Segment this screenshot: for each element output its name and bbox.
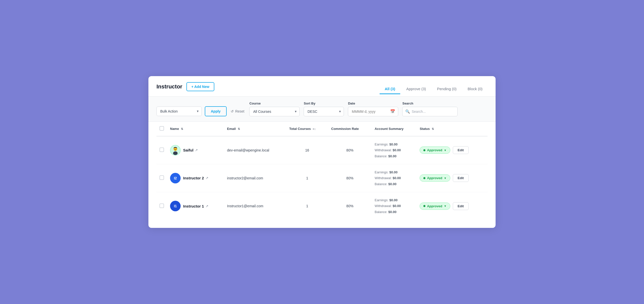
sortby-label: Sort By	[304, 102, 344, 105]
filters-bar: Bulk Action ▼ Apply ↺ Reset Course All C…	[148, 96, 496, 122]
external-link-icon[interactable]: ↗	[206, 176, 208, 180]
table-header-row: Name ⇅ Email ⇅ Total Courses ≡↕ Commissi…	[156, 122, 488, 136]
date-filter-group: Date 📅	[348, 102, 398, 116]
col-name-label: Name	[170, 127, 179, 131]
svg-point-3	[174, 149, 175, 149]
bulk-filter-row: Bulk Action ▼ Apply ↺ Reset	[156, 106, 245, 116]
svg-point-4	[176, 149, 176, 149]
instructor-name: Instructor 2↗	[183, 176, 208, 180]
external-link-icon[interactable]: ↗	[206, 204, 208, 208]
panel-header: Instructor + Add New All (3)Approve (3)P…	[148, 76, 496, 96]
col-email-label: Email	[227, 127, 236, 131]
status-approved-button[interactable]: Approved ▼	[420, 174, 450, 182]
table-row: I2Instructor 2↗instructor2@email.com180%…	[156, 164, 488, 192]
reset-label: Reset	[235, 109, 245, 113]
status-chevron-icon: ▼	[444, 205, 447, 208]
bulk-action-select[interactable]: Bulk Action	[156, 107, 202, 116]
status-dot	[423, 177, 425, 179]
col-status-sort-icon[interactable]: ⇅	[432, 127, 434, 131]
commission-rate: 80%	[328, 164, 372, 192]
table-row: Saiful↗dev-email@wpengine.local1680% Ear…	[156, 136, 488, 164]
instructor-email: instructor2@email.com	[224, 164, 286, 192]
col-name-sort-icon[interactable]: ⇅	[181, 127, 183, 131]
status-dot	[423, 149, 425, 151]
status-label: Approved	[427, 176, 442, 180]
col-account-summary-label: Account Summary	[375, 127, 404, 131]
col-status-label: Status	[420, 127, 430, 131]
col-email-sort-icon[interactable]: ⇅	[238, 127, 240, 131]
status-label: Approved	[427, 148, 442, 152]
search-label: Search	[402, 102, 458, 105]
account-summary: Earnings: $0.00 Withdrawal: $0.00 Balanc…	[375, 169, 414, 187]
svg-point-1	[173, 151, 178, 155]
status-chevron-icon: ▼	[444, 177, 447, 180]
sortby-select[interactable]: DESC	[304, 107, 344, 116]
date-input[interactable]	[348, 107, 398, 116]
status-label: Approved	[427, 204, 442, 208]
course-label: Course	[249, 102, 300, 105]
total-courses: 1	[286, 164, 328, 192]
commission-rate: 80%	[328, 192, 372, 220]
avatar: I2	[170, 173, 181, 183]
reset-button[interactable]: ↺ Reset	[230, 107, 246, 116]
col-name: Name ⇅	[167, 122, 224, 136]
status-chevron-icon: ▼	[444, 149, 447, 152]
external-link-icon[interactable]: ↗	[195, 148, 198, 152]
instructor-email: Instructor1@email.com	[224, 192, 286, 220]
instructors-table: Name ⇅ Email ⇅ Total Courses ≡↕ Commissi…	[156, 122, 488, 220]
avatar	[170, 145, 181, 156]
col-status: Status ⇅	[417, 122, 488, 136]
instructor-name: Instructor 1↗	[183, 204, 208, 208]
edit-button[interactable]: Edit	[453, 202, 469, 210]
col-account-summary: Account Summary	[372, 122, 417, 136]
apply-button[interactable]: Apply	[205, 106, 227, 116]
search-input[interactable]	[402, 107, 458, 116]
sortby-select-wrap: DESC ▼	[304, 107, 344, 116]
header-left: Instructor + Add New	[156, 82, 214, 96]
select-all-cell	[156, 122, 167, 136]
select-all-checkbox[interactable]	[159, 126, 164, 131]
instructor-email: dev-email@wpengine.local	[224, 136, 286, 164]
edit-button[interactable]: Edit	[453, 174, 469, 182]
tab-pending[interactable]: Pending (0)	[432, 84, 462, 94]
total-courses: 16	[286, 136, 328, 164]
row-checkbox-1[interactable]	[159, 147, 164, 152]
status-dot	[423, 205, 425, 207]
main-panel: Instructor + Add New All (3)Approve (3)P…	[148, 76, 496, 228]
date-input-wrap: 📅	[348, 107, 398, 116]
course-filter-group: Course All Courses ▼	[249, 102, 300, 116]
edit-button[interactable]: Edit	[453, 146, 469, 154]
avatar: I1	[170, 201, 181, 211]
col-total-courses-sort-icon[interactable]: ≡↕	[313, 127, 316, 130]
sortby-filter-group: Sort By DESC ▼	[304, 102, 344, 116]
tab-approve[interactable]: Approve (3)	[401, 84, 431, 94]
page-title: Instructor	[156, 83, 182, 90]
col-commission-rate-label: Commission Rate	[331, 127, 359, 131]
status-approved-button[interactable]: Approved ▼	[420, 202, 450, 210]
bulk-action-select-wrap: Bulk Action ▼	[156, 107, 202, 116]
row-checkbox-2[interactable]	[159, 175, 164, 180]
total-courses: 1	[286, 192, 328, 220]
col-email: Email ⇅	[224, 122, 286, 136]
search-input-wrap: 🔍	[402, 107, 458, 116]
row-checkbox-3[interactable]	[159, 204, 164, 208]
date-label: Date	[348, 102, 398, 105]
instructor-name: Saiful↗	[183, 148, 198, 152]
col-commission-rate: Commission Rate	[328, 122, 372, 136]
account-summary: Earnings: $0.00 Withdrawal: $0.00 Balanc…	[375, 197, 414, 215]
add-new-button[interactable]: + Add New	[186, 82, 214, 91]
tab-all[interactable]: All (3)	[380, 84, 400, 94]
search-filter-group: Search 🔍	[402, 102, 458, 116]
header-tabs: All (3)Approve (3)Pending (0)Block (0)	[380, 84, 488, 94]
col-total-courses-label: Total Courses	[289, 127, 311, 131]
tab-block[interactable]: Block (0)	[463, 84, 488, 94]
status-approved-button[interactable]: Approved ▼	[420, 146, 450, 154]
col-total-courses: Total Courses ≡↕	[286, 122, 328, 136]
course-select[interactable]: All Courses	[249, 107, 300, 116]
account-summary: Earnings: $0.00 Withdrawal: $0.00 Balanc…	[375, 141, 414, 159]
commission-rate: 80%	[328, 136, 372, 164]
table-row: I1Instructor 1↗Instructor1@email.com180%…	[156, 192, 488, 220]
reset-icon: ↺	[231, 109, 234, 113]
course-select-wrap: All Courses ▼	[249, 107, 300, 116]
table-container: Name ⇅ Email ⇅ Total Courses ≡↕ Commissi…	[148, 122, 496, 228]
